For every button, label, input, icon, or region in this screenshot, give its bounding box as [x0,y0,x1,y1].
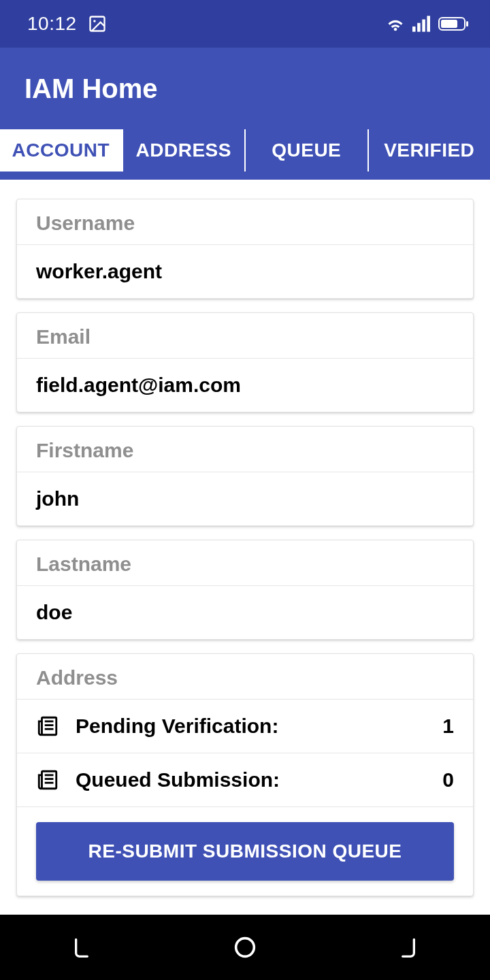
tab-verified[interactable]: VERIFIED [369,129,491,172]
page-title: IAM Home [24,74,158,104]
row-queued-submission: Queued Submission: 0 [17,753,473,807]
tab-label: VERIFIED [384,140,474,161]
phone-frame: 10:12 [0,0,490,980]
svg-rect-2 [412,27,416,32]
field-label: Email [17,313,473,359]
svg-point-17 [236,938,255,957]
row-label: Queued Submission: [76,768,426,791]
field-label: Firstname [17,427,473,472]
tab-label: QUEUE [272,140,341,161]
pending-count: 1 [442,715,454,738]
app-bar: IAM Home [0,48,490,129]
queued-count: 0 [442,768,454,791]
field-label: Username [17,199,473,245]
system-nav-bar [0,915,490,980]
tab-address[interactable]: ADDRESS [123,129,246,172]
signal-icon [412,16,430,32]
tab-account[interactable]: ACCOUNT [0,129,123,172]
status-right [385,16,470,32]
field-value-email: field.agent@iam.com [17,359,473,412]
card-email: Email field.agent@iam.com [16,312,474,412]
newspaper-icon [36,715,59,738]
back-button[interactable] [395,934,422,961]
svg-rect-8 [466,21,468,27]
field-label: Lastname [17,540,473,586]
svg-rect-4 [422,20,425,32]
svg-rect-7 [441,20,457,28]
resubmit-button[interactable]: RE-SUBMIT SUBMISSION QUEUE [36,822,454,881]
row-pending-verification: Pending Verification: 1 [17,700,473,753]
svg-rect-5 [427,16,430,31]
content: Username worker.agent Email field.agent@… [0,180,490,915]
tab-label: ADDRESS [136,140,231,161]
button-label: RE-SUBMIT SUBMISSION QUEUE [88,840,402,862]
status-time: 10:12 [27,13,77,35]
tabs-spacer [0,172,490,180]
card-username: Username worker.agent [16,199,474,299]
field-value-username: worker.agent [17,245,473,298]
svg-rect-3 [417,23,421,32]
row-label: Pending Verification: [76,715,426,738]
wifi-icon [385,16,406,32]
recent-apps-button[interactable] [68,934,95,961]
card-address: Address Pending Verification: 1 [16,653,474,896]
image-icon [88,14,107,33]
status-left: 10:12 [27,13,107,35]
tab-label: ACCOUNT [12,140,110,161]
field-value-lastname: doe [17,586,473,639]
field-label: Address [17,654,473,700]
tab-bar: ACCOUNT ADDRESS QUEUE VERIFIED [0,129,490,172]
tab-queue[interactable]: QUEUE [246,129,369,172]
field-value-firstname: john [17,472,473,525]
battery-icon [437,16,470,32]
home-button[interactable] [231,934,259,961]
status-bar: 10:12 [0,0,490,48]
svg-point-1 [93,20,96,22]
card-firstname: Firstname john [16,426,474,526]
card-lastname: Lastname doe [16,540,474,640]
newspaper-icon [36,768,59,791]
